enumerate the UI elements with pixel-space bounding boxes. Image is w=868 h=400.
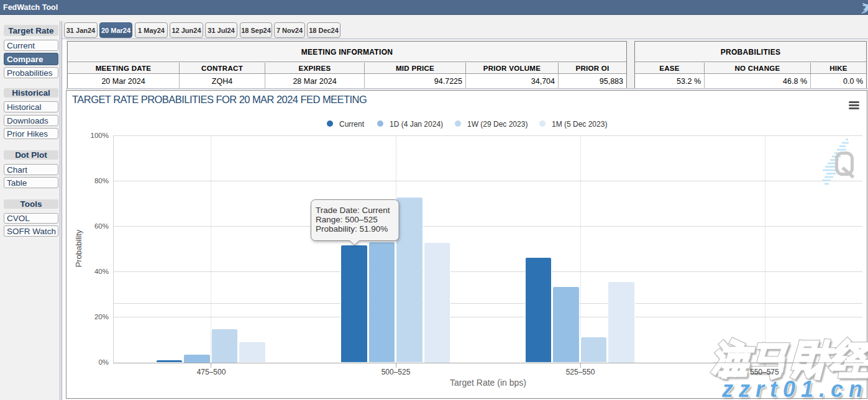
svg-text:zzrt01.cn: zzrt01.cn — [721, 376, 868, 400]
svg-text:550–575: 550–575 — [750, 368, 779, 376]
